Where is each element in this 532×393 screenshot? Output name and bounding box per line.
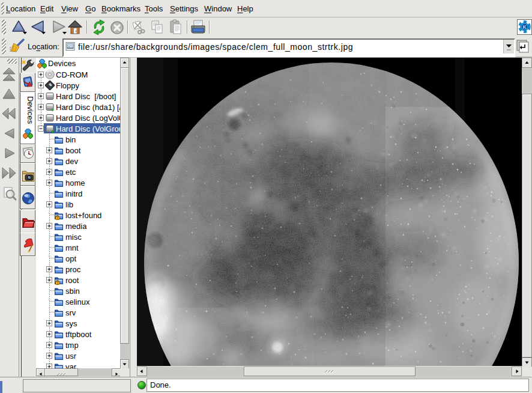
svg-text:K: K <box>522 24 527 30</box>
